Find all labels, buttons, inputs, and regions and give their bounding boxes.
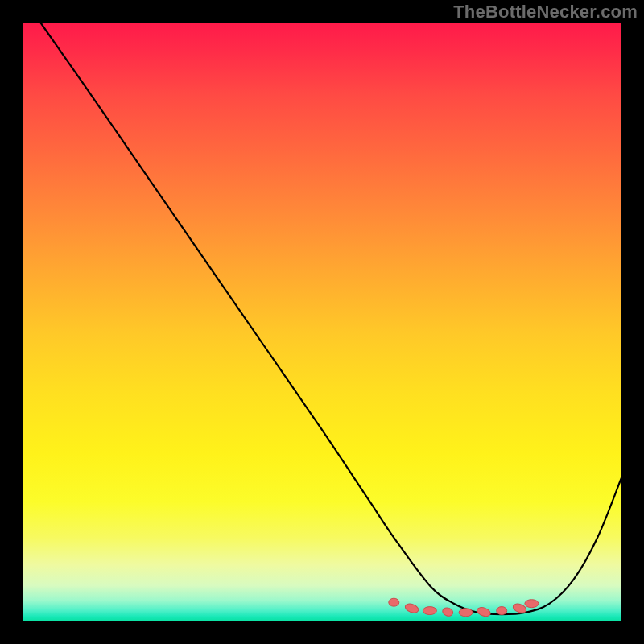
bottleneck-curve — [23, 23, 621, 621]
optimal-range-markers — [389, 598, 539, 618]
marker-dot — [423, 607, 436, 615]
plot-area — [23, 23, 621, 621]
marker-dot — [459, 609, 473, 617]
marker-dot — [389, 598, 399, 606]
marker-dot — [476, 605, 491, 617]
curve-line — [40, 23, 621, 614]
marker-dot — [525, 600, 539, 608]
chart-frame: TheBottleNecker.com — [0, 0, 644, 644]
marker-dot — [441, 606, 454, 617]
watermark-label: TheBottleNecker.com — [453, 2, 638, 23]
marker-dot — [497, 607, 507, 615]
marker-dot — [512, 602, 527, 614]
marker-dot — [404, 602, 419, 614]
